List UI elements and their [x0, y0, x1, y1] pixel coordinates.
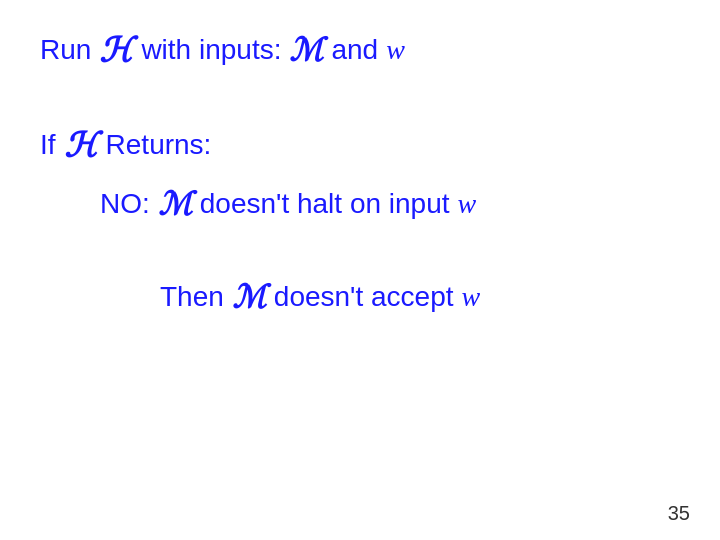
- page-number: 35: [668, 502, 690, 525]
- w-symbol-2: w: [458, 188, 477, 220]
- line-run: Run ℋ with inputs: ℳ and w: [40, 30, 680, 70]
- w-symbol-3: w: [462, 281, 481, 313]
- line-no: NO: ℳ doesn't halt on input w: [100, 185, 680, 223]
- and-label: and: [331, 34, 378, 66]
- line-then: Then ℳ doesn't accept w: [160, 278, 680, 316]
- then-label: Then: [160, 281, 224, 313]
- H-symbol-1: ℋ: [99, 30, 133, 70]
- doesnt-accept-label: doesn't accept: [274, 281, 454, 313]
- w-symbol-1: w: [386, 34, 405, 66]
- line-if: If ℋ Returns:: [40, 125, 680, 165]
- run-label: Run: [40, 34, 91, 66]
- returns-label: Returns:: [106, 129, 212, 161]
- if-label: If: [40, 129, 56, 161]
- M-symbol-2: ℳ: [158, 185, 192, 223]
- doesnt-halt-label: doesn't halt on input: [200, 188, 450, 220]
- with-inputs-label: with inputs:: [141, 34, 281, 66]
- M-symbol-3: ℳ: [232, 278, 266, 316]
- H-symbol-2: ℋ: [64, 125, 98, 165]
- no-label: NO:: [100, 188, 150, 220]
- M-symbol-1: ℳ: [289, 31, 323, 69]
- slide-content: Run ℋ with inputs: ℳ and w If ℋ Returns:…: [0, 0, 720, 336]
